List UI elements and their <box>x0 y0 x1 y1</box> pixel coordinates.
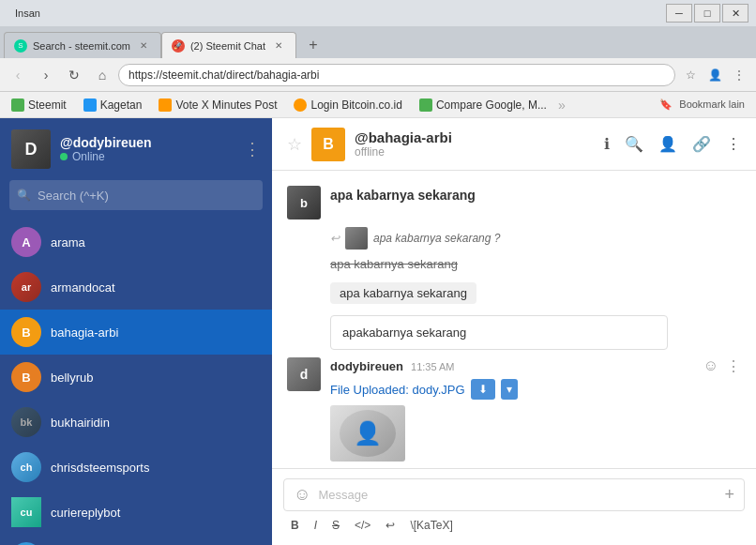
sidebar-header: D @dodybireuen Online ⋮ <box>0 118 272 180</box>
tab-close-1[interactable]: ✕ <box>136 38 151 53</box>
file-sender-name: dodybireuen <box>330 359 403 373</box>
profile-nav-button[interactable]: 👤 <box>703 64 726 86</box>
attachment-icon[interactable]: 🔗 <box>692 135 711 153</box>
status-dot <box>60 153 68 160</box>
search-box: 🔍 <box>9 180 263 210</box>
favorite-star-icon[interactable]: ☆ <box>287 134 302 155</box>
box-text: apakabarnya sekarang <box>330 315 668 350</box>
contact-name-chrisdsteemsports: chrisdsteemsports <box>51 461 149 475</box>
file-name: dody.JPG <box>412 383 464 397</box>
window-controls: ─ □ ✕ <box>666 4 748 23</box>
file-header: dodybireuen 11:35 AM ☺ ⋮ <box>330 357 741 375</box>
file-download-button[interactable]: ⬇ <box>471 379 495 400</box>
message-input[interactable] <box>318 488 717 502</box>
sidebar-status: Online <box>60 150 234 163</box>
title-bar: Insan ─ □ ✕ <box>0 0 756 26</box>
contact-item-elear[interactable]: e elear <box>0 535 272 545</box>
file-link[interactable]: File Uploaded: dody.JPG <box>330 383 465 397</box>
search-icon: 🔍 <box>17 189 31 202</box>
info-icon[interactable]: ℹ <box>604 135 610 153</box>
send-button[interactable]: + <box>724 485 734 505</box>
message-strikethrough: apa kabarnya sekarang <box>287 257 741 271</box>
sidebar-user-info: @dodybireuen Online <box>60 135 234 163</box>
tab-chat[interactable]: 🚀 (2) Steemit Chat ✕ <box>161 32 296 58</box>
search-chat-icon[interactable]: 🔍 <box>625 135 643 153</box>
tab-search[interactable]: S Search - steemit.com ✕ <box>4 32 161 58</box>
bookmark-label-compare: Compare Google, M... <box>436 98 547 112</box>
bookmark-steemit[interactable]: Steemit <box>6 97 72 114</box>
bookmark-favicon-compare <box>419 98 432 112</box>
sidebar-menu-button[interactable]: ⋮ <box>244 139 261 159</box>
file-preview-inner: 👤 <box>330 405 405 462</box>
tab-favicon-1: S <box>14 39 27 53</box>
format-quote-button[interactable]: ↩ <box>382 517 399 534</box>
message-box: apakabarnya sekarang <box>287 311 741 350</box>
msg-avatar-1: b <box>287 186 321 220</box>
chat-header-avatar: B <box>311 128 345 161</box>
maximize-button[interactable]: □ <box>694 4 720 23</box>
file-dropdown-button[interactable]: ▾ <box>501 379 518 400</box>
format-bold-button[interactable]: B <box>287 517 303 534</box>
new-tab-button[interactable]: + <box>300 32 326 58</box>
bookmark-more-label: Bookmark lain <box>679 98 745 110</box>
bookmark-vote[interactable]: Vote X Minutes Post <box>153 97 282 114</box>
contact-avatar-bellyrub: B <box>11 362 41 392</box>
search-input[interactable] <box>9 180 263 210</box>
user-avatar: D <box>11 129 51 169</box>
contact-item-bellyrub[interactable]: B bellyrub <box>0 355 272 400</box>
file-message: d dodybireuen 11:35 AM ☺ ⋮ File Uploaded… <box>287 357 741 462</box>
home-button[interactable]: ⌂ <box>90 63 114 87</box>
forward-button[interactable]: › <box>34 63 58 87</box>
bookmark-favicon-steemit <box>11 98 24 112</box>
file-menu-icon[interactable]: ⋮ <box>726 357 741 375</box>
minimize-button[interactable]: ─ <box>666 4 692 23</box>
emoji-button[interactable]: ☺ <box>294 485 310 505</box>
nav-bar: ‹ › ↻ ⌂ https://steemit.chat/direct/baha… <box>0 58 756 92</box>
message-group-1: b apa kabarnya sekarang <box>287 186 741 220</box>
reply-arrow-icon: ↩ <box>330 232 340 245</box>
contact-item-armandocat[interactable]: ar armandocat <box>0 265 272 310</box>
format-katex-button[interactable]: \[KaTeX] <box>406 517 456 534</box>
contact-item-curiereplybot[interactable]: cu curiereplybot <box>0 490 272 535</box>
contact-item-arama[interactable]: A arama <box>0 220 272 265</box>
chat-area: ☆ B @bahagia-arbi offline ℹ 🔍 👤 🔗 ⋮ b <box>272 118 756 545</box>
chat-header-menu-icon[interactable]: ⋮ <box>726 135 741 153</box>
bookmark-kagetan[interactable]: Kagetan <box>78 97 148 114</box>
format-italic-button[interactable]: I <box>310 517 321 534</box>
file-emoji-icon[interactable]: ☺ <box>703 357 718 375</box>
back-button[interactable]: ‹ <box>6 63 30 87</box>
browser-chrome: Insan ─ □ ✕ S Search - steemit.com ✕ 🚀 (… <box>0 0 756 118</box>
close-button[interactable]: ✕ <box>722 4 748 23</box>
title-bar-text: Insan <box>8 8 40 19</box>
contact-avatar-curiereplybot: cu <box>11 497 41 527</box>
file-label: File Uploaded: <box>330 383 409 397</box>
reply-text: apa kabarnya sekarang ? <box>373 232 500 245</box>
tab-close-2[interactable]: ✕ <box>271 38 286 53</box>
nav-icons: ☆ 👤 ⋮ <box>679 64 750 86</box>
bookmarks-bar: Steemit Kagetan Vote X Minutes Post Logi… <box>0 92 756 118</box>
settings-nav-button[interactable]: ⋮ <box>728 64 750 86</box>
star-nav-button[interactable]: ☆ <box>679 64 702 86</box>
chat-messages: b apa kabarnya sekarang ↩ apa kabarnya s… <box>272 171 756 468</box>
contact-item-bukhairidin[interactable]: bk bukhairidin <box>0 400 272 445</box>
bookmark-bitcoin[interactable]: Login Bitcoin.co.id <box>288 97 407 114</box>
address-bar[interactable]: https://steemit.chat/direct/bahagia-arbi <box>118 64 675 86</box>
bookmark-compare[interactable]: Compare Google, M... <box>414 97 552 114</box>
contact-avatar-bahagia-arbi: B <box>11 317 41 347</box>
file-preview: 👤 <box>330 405 405 462</box>
file-sender-avatar: d <box>287 357 321 391</box>
file-time: 11:35 AM <box>411 361 454 372</box>
msg-content-1: apa kabarnya sekarang <box>330 186 741 220</box>
refresh-button[interactable]: ↻ <box>62 63 86 87</box>
contact-item-bahagia-arbi[interactable]: B bahagia-arbi <box>0 310 272 355</box>
bookmark-favicon-bitcoin <box>294 98 307 112</box>
sidebar-username: @dodybireuen <box>60 135 234 150</box>
bookmark-favicon-vote <box>159 98 172 112</box>
contact-item-chrisdsteemsports[interactable]: ch chrisdsteemsports <box>0 445 272 490</box>
file-content: dodybireuen 11:35 AM ☺ ⋮ File Uploaded: … <box>330 357 741 462</box>
members-icon[interactable]: 👤 <box>658 135 677 153</box>
app-content: D @dodybireuen Online ⋮ 🔍 A arama <box>0 118 756 545</box>
format-code-button[interactable]: </> <box>351 517 374 534</box>
format-strike-button[interactable]: S <box>328 517 343 534</box>
bookmark-more[interactable]: 🔖 Bookmark lain <box>654 97 750 113</box>
